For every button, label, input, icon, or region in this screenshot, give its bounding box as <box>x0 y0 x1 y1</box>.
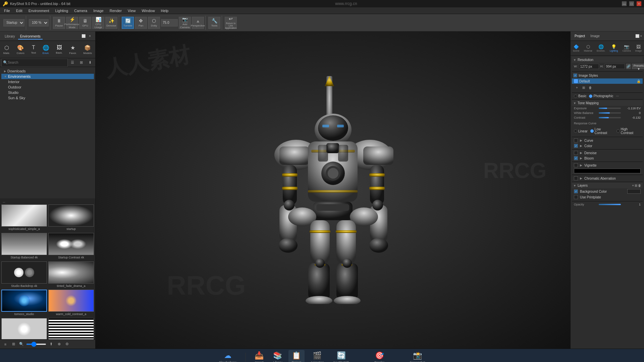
radio-basic-btn[interactable] <box>574 95 577 98</box>
layer-add-button[interactable]: + <box>632 184 634 187</box>
nav-backgrounds[interactable]: 🖼 Back. <box>54 43 65 56</box>
nav-models[interactable]: 📦 Models <box>81 43 94 56</box>
library-button-bottom[interactable]: 📚 Library <box>270 350 286 362</box>
lib-add-button[interactable]: ⊕ <box>56 341 62 348</box>
thumb-startup-balanced[interactable]: Startup Balanced 4k <box>1 233 47 260</box>
turntable-button[interactable]: 🔄 Tumble <box>122 17 134 29</box>
image-styles-checkbox[interactable]: ✓ <box>573 73 577 77</box>
lib-grid-view-button[interactable]: ⊞ <box>10 341 17 348</box>
tab-library[interactable]: Library <box>3 34 17 39</box>
right-nav-lighting[interactable]: 💡 Lighting <box>609 43 619 53</box>
thumb-sophisticated[interactable]: sophisticated_simple_a <box>1 204 47 232</box>
lib-settings-button[interactable]: ⚙ <box>64 341 70 348</box>
menu-lighting[interactable]: Lighting <box>52 8 71 13</box>
opacity-slider[interactable] <box>599 204 621 205</box>
radio-linear-btn[interactable] <box>574 129 577 133</box>
use-printplate-checkbox[interactable] <box>574 195 578 199</box>
project-button-bottom[interactable]: 📋 Project <box>288 350 305 362</box>
menu-camera[interactable]: Camera <box>71 8 90 13</box>
startup-dropdown[interactable]: Startup <box>3 19 24 26</box>
return-link-app-button[interactable]: ↩ Return toLink Application <box>225 17 237 29</box>
menu-help[interactable]: Help <box>158 8 171 13</box>
angle-input[interactable] <box>161 19 178 26</box>
display-mode-more-button[interactable]: ··· <box>616 94 619 98</box>
menu-environment[interactable]: Environment <box>26 8 52 13</box>
menu-render[interactable]: Render <box>107 8 124 13</box>
denoise-button[interactable]: ✨ Denoise <box>105 17 117 29</box>
library-close-button[interactable]: × <box>87 34 93 39</box>
maximize-button[interactable]: □ <box>629 1 634 6</box>
viewport[interactable]: 人人素材 RRCG RRCG <box>96 32 570 349</box>
vignette-checkbox[interactable] <box>574 163 578 167</box>
view-list-button[interactable]: ☰ <box>68 59 76 67</box>
chromatic-aberration-checkbox[interactable] <box>574 176 578 180</box>
tree-item-sun-sky[interactable]: Sun & Sky <box>1 95 94 101</box>
radio-high-contrast-btn[interactable] <box>616 129 620 133</box>
thumb-startup-contrast[interactable]: Startup Contrast 4k <box>48 233 94 260</box>
bg-color-swatch[interactable] <box>627 189 641 194</box>
nav-environments[interactable]: 🌐 Envir. <box>41 43 51 56</box>
thumbs-more-button[interactable]: ··· <box>1 200 94 204</box>
radio-photographic-btn[interactable] <box>589 95 592 98</box>
thumb-tomoco[interactable]: tomoco_studio <box>1 290 47 317</box>
presets-button[interactable]: Presets ▼ <box>632 64 644 69</box>
height-input[interactable] <box>605 64 625 69</box>
exposure-slider[interactable] <box>599 108 621 109</box>
screenshot-button-bottom[interactable]: 📸 Screenshot <box>407 350 429 362</box>
library-search-input[interactable] <box>8 61 66 64</box>
cloud-library-button[interactable]: ☁ Cloud Library <box>216 350 240 362</box>
add-camera-button[interactable]: 📷 Add Camera <box>179 17 191 29</box>
thumb-studio-backdrop[interactable]: Studio Backdrop 4k <box>1 261 47 289</box>
tree-item-outdoor[interactable]: Outdoor <box>1 84 94 90</box>
tab-environments[interactable]: Environments <box>18 34 43 40</box>
cpu-usage-button[interactable]: 📊 CPU Usage <box>92 17 104 29</box>
right-nav-environ[interactable]: 🌐 Environ. <box>596 43 606 53</box>
render-button-bottom[interactable]: 🎯 Render <box>371 350 388 362</box>
thumb-startup[interactable]: startup <box>48 204 94 232</box>
duplicate-style-button[interactable]: ⊞ <box>581 84 587 90</box>
radio-low-contrast-btn[interactable] <box>590 129 594 133</box>
bloom-checkbox[interactable]: ✓ <box>574 156 578 160</box>
menu-image[interactable]: Image <box>91 8 106 13</box>
right-tab-project[interactable]: Project <box>573 34 587 39</box>
right-nav-scene[interactable]: 🔷 Scene <box>572 43 581 53</box>
layer-delete-button[interactable]: 🗑 <box>638 184 641 187</box>
menu-view[interactable]: View <box>125 8 139 13</box>
animation-button-bottom[interactable]: 🎬 Animation <box>307 350 327 362</box>
tools-button[interactable]: 🔧 Tools <box>208 17 220 29</box>
add-style-button[interactable]: + <box>574 84 580 90</box>
menu-file[interactable]: File <box>1 8 13 13</box>
layer-copy-button[interactable]: ⊞ <box>635 184 637 187</box>
performance-mode-button[interactable]: ⚡ Performance Mode <box>66 17 78 29</box>
right-nav-camera[interactable]: 📷 Camera <box>622 43 632 53</box>
lib-import-button[interactable]: ⬆ <box>48 341 54 348</box>
close-button[interactable]: × <box>637 1 641 6</box>
library-expand-button[interactable]: ⬜ <box>81 34 86 39</box>
lib-search-button[interactable]: 🔍 <box>18 341 25 348</box>
right-nav-material[interactable]: ⬡ Material <box>583 43 593 53</box>
nav-colors[interactable]: 🎨 Colors <box>15 43 26 56</box>
right-nav-image[interactable]: 🖼 Image <box>634 43 643 53</box>
pause-button[interactable]: ⏸ Pause <box>53 17 65 29</box>
zoom-dropdown[interactable]: 100 % <box>29 19 49 26</box>
vignette-color-swatch[interactable] <box>574 169 641 173</box>
bg-color-checkbox[interactable]: ✓ <box>574 189 578 193</box>
thumb-warm-cold[interactable]: warm_cold_contrast_a <box>48 290 94 317</box>
lib-zoom-slider[interactable] <box>26 344 46 345</box>
tree-item-interior[interactable]: Interior <box>1 79 94 84</box>
width-input[interactable] <box>579 64 599 69</box>
tree-item-downloads[interactable]: ▶ Downloads <box>1 68 94 74</box>
white-balance-slider[interactable] <box>599 112 621 114</box>
link-dimensions-button[interactable]: 🔗 <box>626 64 631 69</box>
lib-list-view-button[interactable]: ≡ <box>2 341 9 348</box>
nav-materials[interactable]: ⬡ Mate. <box>1 43 12 56</box>
contrast-slider[interactable] <box>599 117 621 118</box>
import-button-bottom[interactable]: 📥 Import <box>251 350 267 362</box>
color-checkbox[interactable]: ✓ <box>574 144 578 148</box>
right-panel-expand-button[interactable]: ⬜ <box>635 34 639 38</box>
right-tab-image[interactable]: Image <box>588 34 602 39</box>
dolly-button[interactable]: ⬡ Dolly <box>148 17 160 29</box>
thumb-tinted-fade[interactable]: tinted_fade_drama_a <box>48 261 94 289</box>
tree-item-environments[interactable]: ▼ Environments <box>1 74 94 79</box>
pan-button[interactable]: ✥ Pan <box>135 17 147 29</box>
